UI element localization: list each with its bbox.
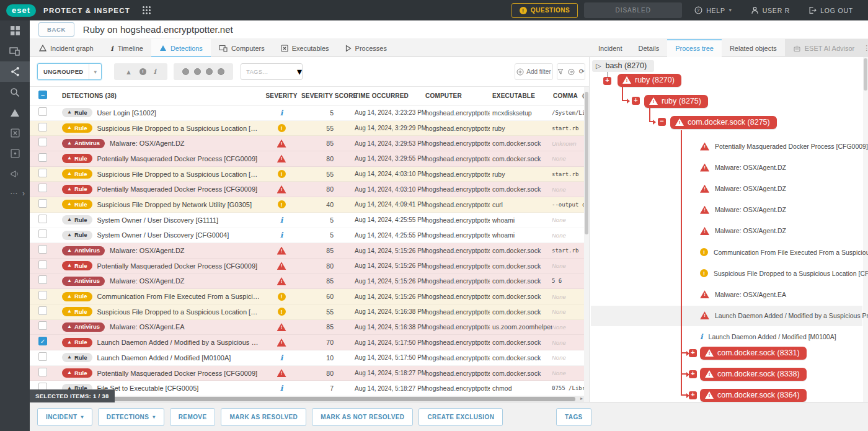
row-checkbox[interactable] bbox=[38, 368, 47, 376]
refresh-icon[interactable]: ⟳ bbox=[579, 68, 585, 76]
tab-computers[interactable]: Computers bbox=[211, 39, 273, 57]
process-node-com-docker-sock-8364[interactable]: com.docker.sock (8364) bbox=[700, 389, 807, 402]
severity-info-icon[interactable]: i bbox=[154, 68, 156, 76]
row-checkbox[interactable] bbox=[38, 321, 47, 330]
user-menu[interactable]: USER R bbox=[745, 6, 796, 14]
table-row[interactable]: ▲AntivirusMalware: OSX/Agent.DZ 85 Aug 1… bbox=[30, 243, 589, 259]
tree-detection-item[interactable]: Malware: OSX/Agent.DZ bbox=[700, 203, 786, 216]
expand-node-button[interactable]: + bbox=[689, 391, 697, 399]
sidebar-item-incidents[interactable] bbox=[0, 61, 30, 82]
severity-threat-icon[interactable]: ▲ bbox=[125, 68, 132, 76]
row-checkbox[interactable] bbox=[38, 215, 47, 223]
process-node-com-docker-sock-8331[interactable]: com.docker.sock (8331) bbox=[700, 347, 807, 360]
detections-button[interactable]: DETECTIONS▾ bbox=[98, 408, 164, 426]
remove-button[interactable]: REMOVE bbox=[170, 408, 216, 426]
vertical-scrollbar[interactable] bbox=[584, 87, 589, 402]
tab-detections[interactable]: Detections bbox=[151, 39, 211, 57]
sidebar-item-detections[interactable] bbox=[0, 102, 30, 123]
row-checkbox[interactable] bbox=[38, 352, 47, 361]
row-checkbox[interactable] bbox=[38, 153, 47, 162]
table-row[interactable]: ▲RuleSuspicious File Dropped to a Suspic… bbox=[30, 304, 589, 320]
row-checkbox[interactable] bbox=[38, 306, 47, 315]
sidebar-more[interactable]: ⋯› bbox=[0, 184, 30, 203]
app-switcher-icon[interactable] bbox=[143, 6, 151, 15]
sidebar-item-scripts[interactable] bbox=[0, 143, 30, 164]
table-row[interactable]: ▲RuleSystem Owner / User Discovery [CFG0… bbox=[30, 228, 589, 244]
table-row[interactable]: ▲RuleSuspicious File Dropped by Network … bbox=[30, 197, 589, 213]
sidebar-item-dashboard[interactable] bbox=[0, 20, 30, 41]
table-row[interactable]: ▲RuleLaunch Daemon Added / Modified by a… bbox=[30, 335, 589, 350]
status-filter-icon[interactable] bbox=[206, 68, 213, 75]
mark-as-not-resolved-button[interactable]: MARK AS NOT RESOLVED bbox=[312, 408, 413, 426]
table-row[interactable]: ▲RuleLaunch Daemon Added / Modified [M01… bbox=[30, 350, 589, 366]
logout-button[interactable]: LOG OUT bbox=[802, 6, 859, 14]
row-checkbox[interactable] bbox=[38, 169, 47, 177]
table-row[interactable]: ▲RuleSuspicious File Dropped to a Suspic… bbox=[30, 121, 589, 136]
status-filter-icon[interactable] bbox=[218, 68, 224, 75]
tab-timeline[interactable]: iTimeline bbox=[102, 39, 151, 57]
tree-detection-item[interactable]: Malware: OSX/Agent.DZ bbox=[700, 182, 786, 195]
table-row[interactable]: ▲RuleUser Login [G1002] i 5 Aug 14, 2024… bbox=[30, 105, 589, 121]
col-time-occurred[interactable]: TIME OCCURRED bbox=[345, 92, 422, 99]
sidebar-item-executables[interactable] bbox=[0, 123, 30, 143]
grouping-select[interactable]: UNGROUPED▾ bbox=[37, 63, 102, 80]
help-menu[interactable]: ? HELP▾ bbox=[688, 6, 738, 14]
tab-executables[interactable]: Executables bbox=[273, 39, 337, 57]
disabled-button[interactable]: DISABLED bbox=[584, 2, 682, 18]
sidebar-item-computers[interactable] bbox=[0, 41, 30, 61]
select-all-checkbox[interactable] bbox=[38, 91, 47, 99]
tree-scrollbar[interactable] bbox=[863, 57, 868, 402]
table-row[interactable]: ▲RuleSuspicious File Dropped to a Suspic… bbox=[30, 167, 589, 182]
col-severity[interactable]: SEVERITY bbox=[262, 92, 301, 99]
row-checkbox[interactable] bbox=[38, 337, 47, 345]
detail-tab-related-objects[interactable]: Related objects bbox=[722, 39, 785, 57]
tree-detection-item[interactable]: Potentially Masqueraded Docker Process [… bbox=[700, 140, 868, 153]
row-checkbox[interactable] bbox=[38, 275, 47, 284]
mark-as-resolved-button[interactable]: MARK AS RESOLVED bbox=[221, 408, 306, 426]
table-row[interactable]: ▲RulePotentially Masqueraded Docker Proc… bbox=[30, 259, 589, 274]
expand-node-button[interactable]: + bbox=[689, 349, 697, 357]
tree-detection-item[interactable]: Malware: OSX/Agent.DZ bbox=[700, 161, 786, 174]
row-checkbox[interactable] bbox=[38, 199, 47, 208]
table-row[interactable]: ▲RuleCommunication From File Executed Fr… bbox=[30, 289, 589, 304]
table-row[interactable]: ▲RulePotentially Masqueraded Docker Proc… bbox=[30, 151, 589, 167]
row-checkbox[interactable] bbox=[38, 138, 47, 146]
process-node-com-docker-sock-8338[interactable]: com.docker.sock (8338) bbox=[700, 368, 807, 381]
tab-processes[interactable]: Processes bbox=[337, 39, 395, 57]
tree-detection-item[interactable]: iLaunch Daemon Added / Modified [M0100A] bbox=[700, 331, 836, 343]
table-row[interactable]: ▲RulePotentially Masqueraded Docker Proc… bbox=[30, 366, 589, 381]
col-computer[interactable]: COMPUTER bbox=[422, 92, 490, 99]
table-row[interactable]: ▲AntivirusMalware: OSX/Agent.DZ 85 Aug 1… bbox=[30, 136, 589, 151]
row-checkbox[interactable] bbox=[38, 291, 47, 300]
row-checkbox[interactable] bbox=[38, 245, 47, 254]
tree-detection-item[interactable]: Launch Daemon Added / Modified by a Susp… bbox=[700, 309, 868, 322]
sidebar-item-search[interactable] bbox=[0, 82, 30, 102]
funnel-filter-icon[interactable] bbox=[557, 68, 564, 75]
detail-tab-incident[interactable]: Incident bbox=[590, 39, 631, 57]
col-command-line[interactable]: COMMA bbox=[553, 92, 578, 99]
sidebar-item-notifications[interactable] bbox=[0, 164, 30, 184]
status-filter-group[interactable] bbox=[174, 63, 233, 80]
questions-button[interactable]: !QUESTIONS bbox=[512, 3, 578, 18]
detail-tab-details[interactable]: Details bbox=[631, 39, 668, 57]
expand-node-button[interactable]: + bbox=[632, 97, 640, 105]
row-checkbox[interactable] bbox=[38, 229, 47, 238]
table-row[interactable]: ▲AntivirusMalware: OSX/Agent.DZ 85 Aug 1… bbox=[30, 274, 589, 290]
back-button[interactable]: BACK bbox=[38, 22, 74, 37]
vertical-scrollbar-thumb[interactable] bbox=[585, 92, 588, 234]
tree-scrollbar-thumb[interactable] bbox=[864, 58, 867, 91]
tab-incident-graph[interactable]: Incident graph bbox=[31, 39, 102, 57]
expand-node-button[interactable]: + bbox=[689, 370, 697, 378]
tree-detection-item[interactable]: Malware: OSX/Agent.DZ bbox=[700, 224, 786, 237]
tree-detection-item[interactable]: !Suspicious File Dropped to a Suspicious… bbox=[700, 267, 868, 280]
row-checkbox[interactable] bbox=[38, 184, 47, 192]
table-row[interactable]: ▲RuleSystem Owner / User Discovery [G111… bbox=[30, 213, 589, 228]
expand-arrow-icon[interactable]: ▷ bbox=[596, 62, 601, 70]
expand-sidebar-icon[interactable]: › bbox=[22, 189, 25, 198]
process-node-ruby-8270[interactable]: ruby (8270) bbox=[618, 74, 681, 87]
table-row[interactable]: ▲AntivirusMalware: OSX/Agent.EA 85 Aug 1… bbox=[30, 320, 589, 335]
collapse-node-button[interactable]: − bbox=[658, 118, 666, 126]
tags-button[interactable]: TAGS bbox=[556, 408, 591, 426]
status-filter-icon[interactable] bbox=[194, 68, 201, 75]
status-filter-icon[interactable] bbox=[182, 68, 189, 75]
